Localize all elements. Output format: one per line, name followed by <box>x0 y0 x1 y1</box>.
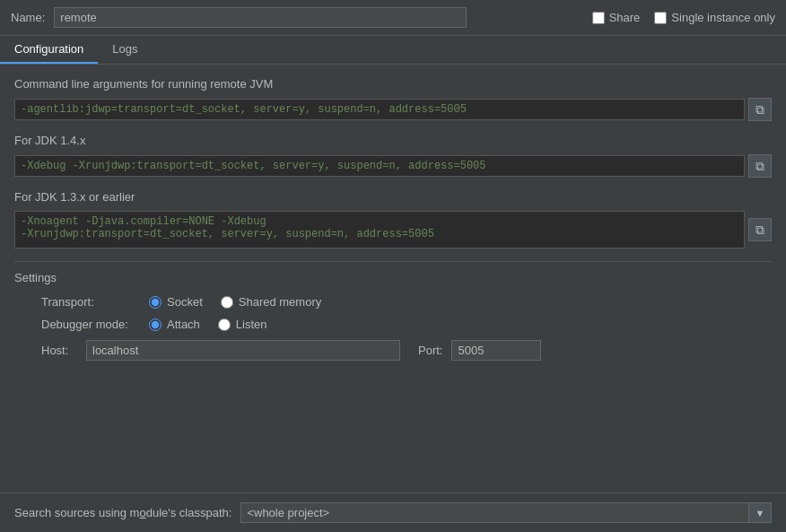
classpath-select-wrapper: <whole project> Custom ▼ <box>240 502 772 523</box>
settings-title: Settings <box>14 271 772 284</box>
single-instance-label: Single instance only <box>671 11 775 24</box>
classpath-dropdown-arrow[interactable]: ▼ <box>748 502 772 523</box>
dropdown-arrow-icon: ▼ <box>755 508 765 519</box>
name-input[interactable] <box>54 7 467 28</box>
jdk13-textarea[interactable]: -Xnoagent -Djava.compiler=NONE -Xdebug -… <box>14 211 745 249</box>
socket-radio[interactable] <box>149 296 162 309</box>
shared-memory-radio[interactable] <box>221 296 233 309</box>
jdk13-field-wrapper: -Xnoagent -Djava.compiler=NONE -Xdebug -… <box>14 211 772 249</box>
tab-configuration[interactable]: Configuration <box>0 36 98 64</box>
host-label: Host: <box>41 344 77 357</box>
tab-logs[interactable]: Logs <box>98 36 152 64</box>
listen-label: Listen <box>236 318 267 331</box>
listen-radio-option[interactable]: Listen <box>218 318 267 331</box>
share-checkbox-group: Share <box>592 11 641 24</box>
host-port-row: Host: Port: <box>14 340 772 361</box>
cmd-copy-button[interactable]: ⧉ <box>748 98 772 121</box>
attach-radio[interactable] <box>149 318 162 331</box>
debugger-mode-radio-group: Attach Listen <box>149 318 267 331</box>
jdk14-field-wrapper: ⧉ <box>14 154 772 178</box>
top-right-controls: Share Single instance only <box>592 11 775 24</box>
transport-radio-group: Socket Shared memory <box>149 295 321 309</box>
socket-label: Socket <box>167 295 203 309</box>
shared-memory-radio-option[interactable]: Shared memory <box>221 295 321 309</box>
classpath-underline-char: o <box>139 506 145 519</box>
jdk14-copy-button[interactable]: ⧉ <box>748 154 772 178</box>
cmd-section-title: Command line arguments for running remot… <box>14 77 772 91</box>
top-bar: Name: Share Single instance only <box>0 0 786 36</box>
tabs-bar: Configuration Logs <box>0 36 786 65</box>
jdk14-input[interactable] <box>14 155 745 177</box>
jdk14-section-title: For JDK 1.4.x <box>14 134 772 147</box>
configuration-content: Command line arguments for running remot… <box>0 65 786 532</box>
cmd-input[interactable] <box>14 99 745 120</box>
share-checkbox[interactable] <box>592 12 605 24</box>
single-instance-checkbox-group: Single instance only <box>654 11 775 24</box>
classpath-label: Search sources using module's classpath: <box>14 506 231 519</box>
cmd-field-wrapper: ⧉ <box>14 98 772 121</box>
listen-radio[interactable] <box>218 318 231 331</box>
single-instance-checkbox[interactable] <box>654 12 667 24</box>
jdk13-copy-icon: ⧉ <box>755 222 764 238</box>
name-label: Name: <box>11 11 45 24</box>
attach-radio-option[interactable]: Attach <box>149 318 200 331</box>
jdk14-copy-icon: ⧉ <box>755 159 764 174</box>
settings-section: Settings Transport: Socket Shared memory <box>14 261 772 361</box>
attach-label: Attach <box>167 318 200 331</box>
shared-memory-label: Shared memory <box>239 295 321 309</box>
share-label: Share <box>609 11 641 24</box>
transport-row: Transport: Socket Shared memory <box>14 295 772 309</box>
classpath-row: Search sources using module's classpath:… <box>0 493 786 532</box>
debugger-mode-label: Debugger mode: <box>41 318 149 331</box>
jdk13-section-title: For JDK 1.3.x or earlier <box>14 190 772 204</box>
debugger-mode-row: Debugger mode: Attach Listen <box>14 318 772 331</box>
classpath-select[interactable]: <whole project> Custom <box>240 502 772 523</box>
socket-radio-option[interactable]: Socket <box>149 295 203 309</box>
port-input[interactable] <box>451 340 541 361</box>
cmd-copy-icon: ⧉ <box>755 102 764 118</box>
host-input[interactable] <box>86 340 400 361</box>
jdk13-copy-button[interactable]: ⧉ <box>748 218 772 241</box>
transport-label: Transport: <box>41 295 149 309</box>
port-label: Port: <box>418 344 442 357</box>
